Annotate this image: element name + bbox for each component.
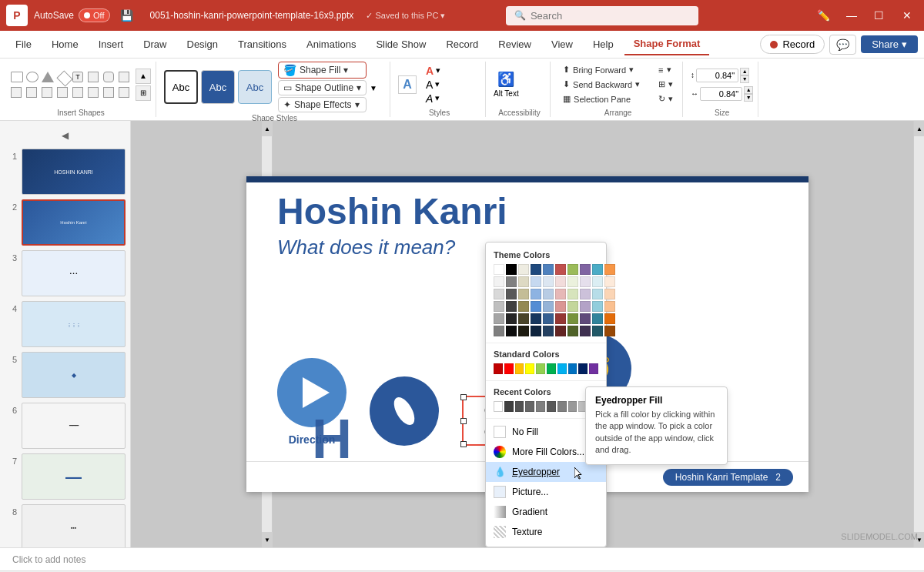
color-swatch-r6-3[interactable] (518, 326, 529, 336)
slide-thumb-3[interactable]: • • • (22, 250, 126, 296)
pen-icon[interactable]: ✏️ (813, 5, 835, 26)
texture-item[interactable]: Texture (486, 522, 606, 542)
scroll-up-button[interactable]: ▲ (262, 121, 273, 136)
right-scroll-up-button[interactable]: ▲ (914, 121, 924, 136)
shape-icon-3[interactable] (42, 72, 54, 82)
group-button[interactable]: ⊞ ▾ (654, 78, 678, 91)
color-swatch-r2-5[interactable] (543, 276, 554, 287)
gradient-item[interactable]: Gradient (486, 502, 606, 522)
color-swatch-r6-4[interactable] (531, 326, 541, 336)
shape-icon-2[interactable] (26, 72, 38, 82)
text-fill-button[interactable]: A (398, 75, 417, 94)
tab-file[interactable]: File (6, 34, 41, 55)
color-swatch-r4-4[interactable] (531, 301, 541, 312)
color-swatch-r3-8[interactable] (580, 289, 591, 299)
record-button[interactable]: Record (760, 35, 825, 54)
collapse-panel-button[interactable]: ◀ (5, 127, 126, 144)
text-fill-dropdown[interactable]: A ▾ (426, 65, 440, 77)
shape-style-btn-2[interactable]: Abc (201, 70, 235, 104)
shape-icon-7[interactable] (103, 72, 114, 82)
color-swatch-r5-1[interactable] (494, 313, 504, 324)
bring-forward-button[interactable]: ⬆ Bring Forward ▾ (558, 63, 644, 76)
slide-thumb-7[interactable]: ▬▬▬ (22, 453, 126, 500)
color-swatch-r5-9[interactable] (592, 313, 603, 324)
color-swatch-navy[interactable] (531, 264, 541, 275)
color-swatch-r5-6[interactable] (555, 313, 566, 324)
color-swatch-r4-2[interactable] (506, 301, 517, 312)
shape-icon-15[interactable] (103, 87, 114, 98)
color-swatch-r4-8[interactable] (580, 301, 591, 312)
handle-tl[interactable] (460, 394, 467, 400)
slide-item-5[interactable]: 5 ◆ (5, 352, 126, 398)
slide-thumb-5[interactable]: ◆ (22, 352, 126, 398)
styles-expand[interactable]: ▼ (370, 82, 385, 92)
color-swatch-r3-3[interactable] (518, 289, 529, 299)
color-swatch-r2-8[interactable] (580, 276, 591, 287)
color-swatch-r3-6[interactable] (555, 289, 566, 299)
color-swatch-r3-10[interactable] (604, 289, 615, 299)
shape-style-btn-1[interactable]: Abc (164, 70, 198, 104)
notes-area[interactable]: Click to add notes (0, 547, 924, 570)
color-swatch-r2-6[interactable] (555, 276, 566, 287)
tab-shape-format[interactable]: Shape Format (624, 33, 710, 55)
std-color-3[interactable] (515, 363, 524, 374)
shape-icon-9[interactable] (11, 87, 22, 98)
minimize-button[interactable]: — (841, 5, 862, 26)
slide-item-4[interactable]: 4 ⋮⋮⋮ (5, 301, 126, 347)
picture-item[interactable]: Picture... (486, 482, 606, 502)
height-input[interactable] (696, 69, 738, 82)
color-swatch-black[interactable] (506, 264, 517, 275)
color-swatch-r5-2[interactable] (506, 313, 517, 324)
slide-thumb-1[interactable]: HOSHIN KANRI (22, 149, 126, 195)
color-swatch-r4-3[interactable] (518, 301, 529, 312)
slide-item-2[interactable]: 2 Hoshin Kanri (5, 199, 126, 246)
tab-record[interactable]: Record (437, 34, 487, 55)
color-swatch-red[interactable] (555, 264, 566, 275)
slide-item-3[interactable]: 3 • • • (5, 250, 126, 296)
right-scrollbar[interactable]: ▲ ▼ (913, 121, 924, 547)
recent-color-4[interactable] (525, 401, 534, 412)
color-swatch-r2-3[interactable] (518, 276, 529, 287)
send-backward-button[interactable]: ⬇ Send Backward ▾ (558, 78, 644, 91)
slide-thumb-6[interactable]: ━━━ (22, 403, 126, 449)
slide-thumb-2[interactable]: Hoshin Kanri (22, 199, 126, 246)
std-color-4[interactable] (525, 363, 534, 374)
tab-animations[interactable]: Animations (297, 34, 365, 55)
tab-slide-show[interactable]: Slide Show (367, 34, 435, 55)
shape-icon-6[interactable] (88, 72, 99, 82)
color-swatch-r6-8[interactable] (580, 326, 591, 336)
color-swatch-r4-7[interactable] (567, 301, 578, 312)
handle-lm[interactable] (460, 418, 467, 424)
share-button[interactable]: Share ▾ (861, 35, 918, 53)
recent-color-3[interactable] (515, 401, 524, 412)
shape-icon-10[interactable] (26, 87, 37, 98)
color-swatch-r4-10[interactable] (604, 301, 615, 312)
std-color-5[interactable] (536, 363, 545, 374)
shape-icon-8[interactable] (119, 72, 129, 82)
text-effects-dropdown[interactable]: A ▾ (426, 92, 440, 105)
recent-color-7[interactable] (557, 401, 567, 412)
color-swatch-r6-1[interactable] (494, 326, 504, 336)
color-swatch-r6-6[interactable] (555, 326, 566, 336)
shape-fill-button[interactable]: 🪣 Shape Fill ▾ (278, 62, 367, 79)
color-swatch-r2-10[interactable] (604, 276, 615, 287)
color-swatch-r5-4[interactable] (531, 313, 541, 324)
search-input[interactable] (531, 10, 690, 22)
more-shapes-button[interactable]: ⊞ (136, 85, 151, 101)
color-swatch-r2-9[interactable] (592, 276, 603, 287)
std-color-6[interactable] (547, 363, 556, 374)
shape-icon-12[interactable] (57, 87, 68, 98)
color-swatch-r3-1[interactable] (494, 289, 504, 299)
color-swatch-r5-5[interactable] (543, 313, 554, 324)
height-down-button[interactable]: ▼ (740, 75, 749, 83)
std-color-8[interactable] (568, 363, 578, 374)
shape-icon-5[interactable]: T (72, 72, 83, 82)
color-swatch-white[interactable] (494, 264, 504, 275)
color-swatch-r6-2[interactable] (506, 326, 517, 336)
maximize-button[interactable]: ☐ (869, 5, 890, 26)
color-swatch-r5-8[interactable] (580, 313, 591, 324)
color-swatch-purple[interactable] (580, 264, 591, 275)
search-box[interactable]: 🔍 (506, 6, 698, 25)
color-swatch-r2-4[interactable] (531, 276, 541, 287)
color-swatch-r2-2[interactable] (506, 276, 517, 287)
